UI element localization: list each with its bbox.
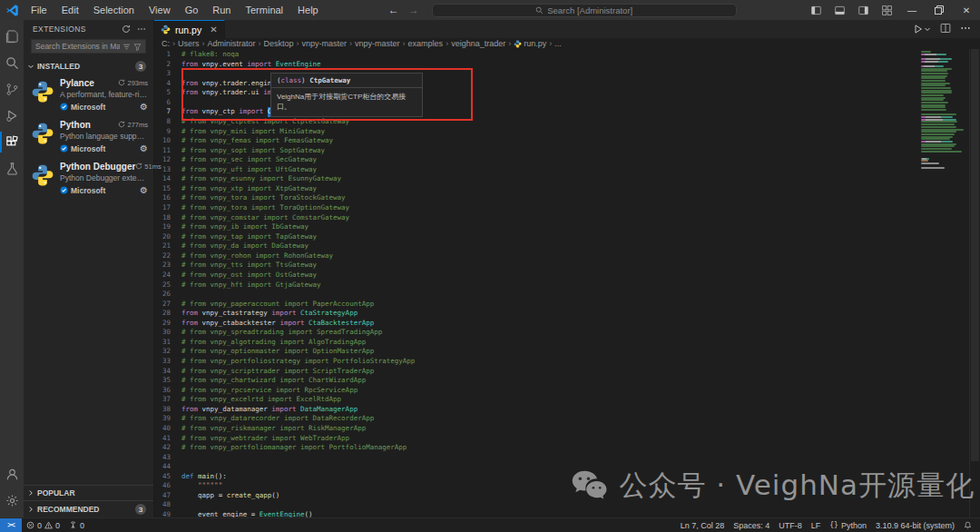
filter-funnel-icon[interactable] [133,43,142,51]
code-line-29[interactable]: 29from vnpy_ctabacktester import CtaBack… [154,319,918,329]
code-line-22[interactable]: 22# from vnpy_rohon import RohonGateway [154,251,918,261]
code-line-6[interactable]: 6 [154,98,918,108]
source-control-icon[interactable] [0,76,24,103]
toggle-panel-icon[interactable] [828,0,851,20]
code-line-21[interactable]: 21# from vnpy_da import DaGateway [154,241,918,251]
breadcrumb-item[interactable]: Desktop [264,39,294,48]
status-utf-8[interactable]: UTF-8 [774,518,807,532]
problems-indicator[interactable]: 0 0 [22,518,64,532]
code-line-27[interactable]: 27# from vnpy_paperaccount import PaperA… [154,300,918,310]
menu-edit[interactable]: Edit [55,3,85,17]
code-line-36[interactable]: 36# from vnpy_rpcservice import RpcServi… [154,386,918,396]
extension-gear-icon[interactable]: ⚙ [140,143,148,153]
code-line-14[interactable]: 14# from vnpy_esunny import EsunnyGatewa… [154,174,918,184]
menu-terminal[interactable]: Terminal [240,3,290,17]
menu-file[interactable]: File [24,3,54,17]
extensions-search-input[interactable]: Search Extensions in Mark... [31,39,146,54]
code-line-5[interactable]: 5from vnpy.trader.ui import MainWindow [154,88,918,98]
scrollbar-slider[interactable] [971,49,979,461]
code-line-42[interactable]: 42# from vnpy_portfoliomanager import Po… [154,443,918,453]
code-line-9[interactable]: 9# from vnpy_mini import MiniGateway [154,127,918,137]
search-view-icon[interactable] [0,50,24,76]
breadcrumb-item[interactable]: Administrator [208,39,256,48]
explorer-icon[interactable] [0,24,24,50]
status-python[interactable]: {}Python [825,518,871,532]
section-popular[interactable]: POPULAR [24,485,153,500]
code-line-2[interactable]: 2from vnpy.event import EventEngine [154,60,918,70]
extension-item-pylance[interactable]: Pylance293msA performant, feature-rich l… [24,74,153,116]
breadcrumb-item[interactable]: run.py [514,39,546,48]
forward-arrow-icon[interactable]: → [408,4,419,16]
more-actions-icon[interactable] [137,25,146,34]
tab-run-py[interactable]: run.py ✕ [154,20,225,38]
code-line-17[interactable]: 17# from vnpy_tora import ToraOptionGate… [154,203,918,213]
section-recommended[interactable]: RECOMMENDED3 [24,500,153,517]
settings-gear-icon[interactable] [0,488,24,514]
code-line-7[interactable]: 7from vnpy_ctp import CtpGateway [154,107,918,117]
breadcrumb-item[interactable]: examples [408,39,444,48]
code-line-12[interactable]: 12# from vnpy_sec import SecGateway [154,155,918,165]
code-line-43[interactable]: 43 [154,453,918,463]
code-line-3[interactable]: 3 [154,69,918,79]
restore-button[interactable] [926,0,953,20]
status-3-10-9-64-bit-system[interactable]: 3.10.9 64-bit (system) [871,518,959,532]
code-line-10[interactable]: 10# from vnpy_femas import FemasGateway [154,136,918,146]
code-line-26[interactable]: 26 [154,290,918,300]
code-line-25[interactable]: 25# from vnpy_hft import GtjaGateway [154,281,918,291]
code-line-35[interactable]: 35# from vnpy_chartwizard import ChartWi… [154,376,918,386]
minimize-button[interactable]: — [898,0,926,20]
code-line-11[interactable]: 11# from vnpy_sopt import SoptGateway [154,146,918,156]
split-editor-icon[interactable] [940,23,951,35]
back-arrow-icon[interactable]: ← [388,4,399,16]
remote-indicator[interactable]: >< [0,518,22,532]
status-ln-7-col-28[interactable]: Ln 7, Col 28 [676,518,730,532]
code-line-32[interactable]: 32# from vnpy_optionmaster import Option… [154,347,918,357]
refresh-icon[interactable] [122,25,131,34]
breadcrumb-item[interactable]: vnpy-master [355,39,400,48]
extensions-view-icon[interactable] [0,129,24,155]
code-line-34[interactable]: 34# from vnpy_scripttrader import Script… [154,367,918,377]
ports-indicator[interactable]: 0 [64,518,89,532]
extension-gear-icon[interactable]: ⚙ [140,185,148,195]
code-line-31[interactable]: 31# from vnpy_algotrading import AlgoTra… [154,338,918,348]
code-line-19[interactable]: 19# from vnpy_ib import IbGateway [154,222,918,232]
code-line-33[interactable]: 33# from vnpy_portfoliostrategy import P… [154,357,918,367]
code-line-39[interactable]: 39# from vnpy_datarecorder import DataRe… [154,414,918,424]
toggle-secondary-sidebar-icon[interactable] [851,0,875,20]
code-line-23[interactable]: 23# from vnpy_tts import TtsGateway [154,261,918,271]
code-line-38[interactable]: 38from vnpy_datamanager import DataManag… [154,405,918,415]
code-line-40[interactable]: 40# from vnpy_riskmanager import RiskMan… [154,424,918,434]
close-button[interactable]: ✕ [953,0,980,20]
minimap[interactable] [918,49,969,517]
command-center-search[interactable]: Search [Administrator] [432,4,737,17]
editor-more-actions-icon[interactable] [960,23,971,35]
code-line-4[interactable]: 4from vnpy.trader.engine import MainEngi… [154,79,918,89]
run-debug-icon[interactable] [0,103,24,129]
code-line-30[interactable]: 30# from vnpy_spreadtrading import Sprea… [154,328,918,338]
code-line-1[interactable]: 1# flake8: noqa [154,50,918,60]
extension-item-python-debugger[interactable]: Python Debugger51msPython Debugger exten… [24,158,153,200]
status-lf[interactable]: LF [807,518,826,532]
code-line-37[interactable]: 37# from vnpy_excelrtd import ExcelRtdAp… [154,395,918,405]
filter-lines-icon[interactable] [122,43,131,51]
menu-help[interactable]: Help [291,3,325,17]
status-spaces-4[interactable]: Spaces: 4 [729,518,774,532]
breadcrumb-item[interactable]: veighna_trader [451,39,505,48]
toggle-sidebar-icon[interactable] [804,0,828,20]
breadcrumb-item[interactable]: ... [554,39,562,48]
run-python-file-icon[interactable] [913,24,931,34]
testing-icon[interactable] [0,155,24,182]
code-line-8[interactable]: 8# from vnpy_ctptest import CtptestGatew… [154,117,918,127]
tab-close-icon[interactable]: ✕ [210,25,217,34]
accounts-icon[interactable] [0,461,24,488]
menu-run[interactable]: Run [206,3,237,17]
breadcrumb-item[interactable]: Users [178,39,200,48]
extension-item-python[interactable]: Python277msPython language support wi...… [24,116,153,158]
code-editor[interactable]: (class) CtpGateway VeighNa用于对接期货CTP柜台的交易… [154,49,918,517]
customize-layout-icon[interactable] [875,0,898,20]
menu-view[interactable]: View [142,3,177,17]
breadcrumb-item[interactable]: vnpy-master [302,39,348,48]
breadcrumb-item[interactable]: C: [162,39,170,48]
code-line-15[interactable]: 15# from vnpy_xtp import XtpGateway [154,184,918,194]
code-line-24[interactable]: 24# from vnpy_ost import OstGateway [154,271,918,281]
